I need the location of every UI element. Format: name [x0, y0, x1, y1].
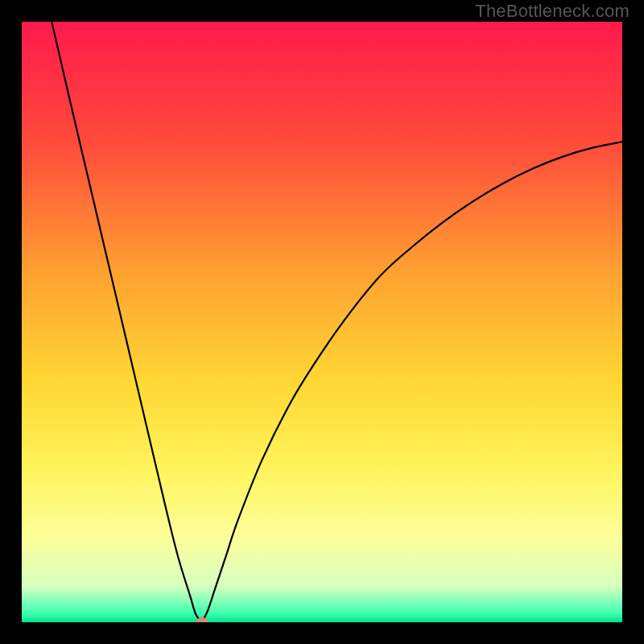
bottleneck-curve-chart [22, 22, 622, 622]
watermark-text: TheBottleneck.com [475, 1, 630, 22]
chart-frame: TheBottleneck.com [0, 0, 644, 644]
plot-background [22, 22, 622, 622]
